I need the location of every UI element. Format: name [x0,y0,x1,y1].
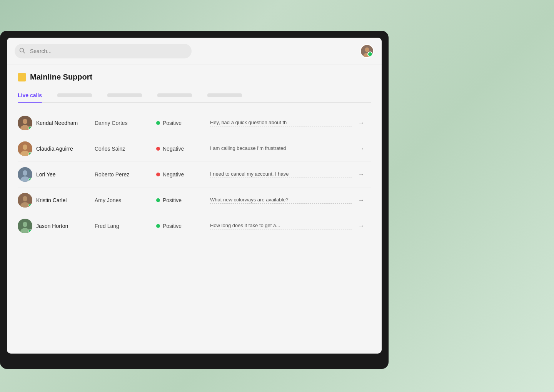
tab-5[interactable] [207,90,242,101]
sentiment-label-4: Positive [163,223,182,229]
transcript-col-2: I need to cancel my account, I have [210,171,352,178]
svg-point-12 [23,170,27,176]
page-title-row: Mainline Support [18,73,371,81]
agent-avatar-2 [18,167,32,182]
svg-point-6 [23,119,27,124]
agent-name-4: Jason Horton [36,223,68,229]
tab-5-placeholder [207,93,242,97]
user-avatar[interactable] [360,44,374,58]
monitor-frame: Mainline Support Live calls [0,31,389,369]
agent-avatar-4 [18,219,32,233]
agent-col-1: Claudia Aguirre [18,141,95,156]
customer-col-0: Danny Cortes [95,120,156,126]
customer-name-3: Amy Jones [95,197,121,203]
sentiment-label-0: Positive [163,120,182,126]
tab-2[interactable] [57,90,92,101]
arrow-col-0[interactable]: → [352,120,371,126]
customer-name-2: Roberto Perez [95,171,129,178]
agent-online-badge-1 [28,152,32,156]
tab-3-placeholder [107,93,142,97]
main-content: Mainline Support Live calls [7,65,382,354]
sentiment-col-0: Positive [156,120,210,126]
svg-point-18 [23,222,27,227]
agent-online-badge-0 [28,126,32,130]
agent-online-badge-3 [28,204,32,207]
arrow-col-2[interactable]: → [352,171,371,178]
agent-name-0: Kendal Needham [36,120,78,126]
customer-col-4: Fred Lang [95,223,156,229]
agent-name-1: Claudia Aguirre [36,146,73,152]
tabs-row: Live calls [18,89,371,103]
sentiment-dot-4 [156,224,160,228]
svg-point-9 [23,145,27,150]
sentiment-col-4: Positive [156,223,210,229]
customer-col-1: Corlos Sainz [95,146,156,152]
sentiment-dot-2 [156,173,160,176]
call-row: Claudia Aguirre Corlos Sainz Negative I … [18,136,371,162]
sentiment-label-1: Negative [163,146,184,152]
call-row: Jason Horton Fred Lang Positive How long… [18,213,371,239]
arrow-col-1[interactable]: → [352,145,371,152]
agent-avatar-3 [18,193,32,208]
customer-col-3: Amy Jones [95,197,156,203]
sentiment-label-3: Positive [163,197,182,203]
top-bar [7,38,382,65]
call-row: Lori Yee Roberto Perez Negative I need t… [18,162,371,188]
sentiment-dot-0 [156,121,160,125]
screen: Mainline Support Live calls [7,38,382,354]
svg-point-15 [23,196,27,201]
tab-4[interactable] [157,90,192,101]
sentiment-col-3: Positive [156,197,210,203]
call-row: Kristin Carlel Amy Jones Positive What n… [18,188,371,213]
agent-col-2: Lori Yee [18,167,95,182]
agent-avatar-0 [18,116,32,130]
user-avatar-face [361,45,373,57]
agent-avatar-1 [18,141,32,156]
call-row: Kendal Needham Danny Cortes Positive Hey… [18,110,371,136]
transcript-col-1: I am calling because I'm frustrated [210,145,352,152]
tab-4-placeholder [157,93,192,97]
agent-name-2: Lori Yee [36,171,56,178]
agent-col-0: Kendal Needham [18,116,95,130]
customer-col-2: Roberto Perez [95,171,156,178]
queue-icon [18,73,26,81]
agent-name-3: Kristin Carlel [36,197,67,203]
arrow-col-4[interactable]: → [352,223,371,229]
transcript-col-4: How long does it take to get a... [210,223,352,229]
agent-online-badge-4 [28,229,32,233]
transcript-col-3: What new colorways are available? [210,197,352,204]
svg-line-1 [23,52,25,53]
search-icon [19,48,25,55]
tab-2-placeholder [57,93,92,97]
svg-point-3 [365,47,369,52]
transcript-col-0: Hey, had a quick question about th [210,120,352,126]
sentiment-dot-3 [156,198,160,202]
search-input[interactable] [15,44,192,58]
agent-online-badge-2 [28,178,32,181]
search-container [15,44,192,58]
sentiment-dot-1 [156,147,160,151]
customer-name-4: Fred Lang [95,223,119,229]
sentiment-col-2: Negative [156,171,210,178]
calls-list: Kendal Needham Danny Cortes Positive Hey… [18,110,371,239]
customer-name-0: Danny Cortes [95,120,128,126]
agent-col-3: Kristin Carlel [18,193,95,208]
tab-live-calls[interactable]: Live calls [18,89,42,102]
customer-name-1: Corlos Sainz [95,146,125,152]
arrow-col-3[interactable]: → [352,197,371,204]
tab-3[interactable] [107,90,142,101]
page-title: Mainline Support [30,73,92,81]
sentiment-col-1: Negative [156,146,210,152]
sentiment-label-2: Negative [163,171,184,178]
agent-col-4: Jason Horton [18,219,95,233]
